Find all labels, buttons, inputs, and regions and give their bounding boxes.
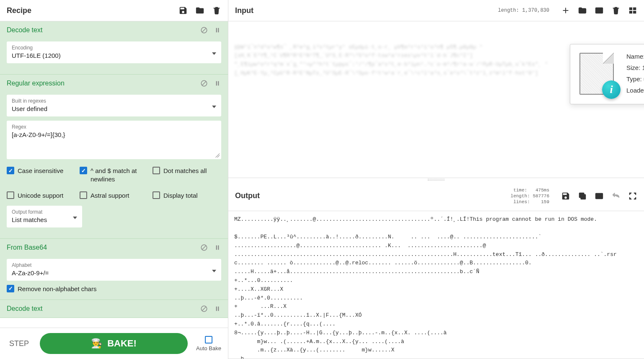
io-divider[interactable] xyxy=(228,178,644,181)
auto-bake-toggle[interactable]: Auto Bake xyxy=(196,336,221,351)
checkbox-icon xyxy=(80,191,87,199)
encoding-select[interactable]: Encoding UTF-16LE (1200) xyxy=(7,41,221,63)
regex-input[interactable]: Regex [a-zA-Z0-9+/=]{30,} xyxy=(7,121,221,159)
save-icon[interactable] xyxy=(178,6,188,15)
disable-icon[interactable] xyxy=(200,244,208,251)
file-info-popup: × i Name: acfbbcbefecadce.reg Size: 1,37… xyxy=(570,44,644,104)
check-remove-non-alpha[interactable]: Remove non-alphabet chars xyxy=(7,285,221,293)
pause-icon[interactable] xyxy=(214,244,221,251)
output-format-select[interactable]: Output format List matches xyxy=(7,206,82,227)
clear-input-icon[interactable] xyxy=(611,6,621,15)
disable-icon[interactable] xyxy=(200,80,208,87)
info-badge-icon: i xyxy=(602,80,621,99)
field-label: Output format xyxy=(12,209,77,215)
disable-icon[interactable] xyxy=(200,305,208,313)
chef-icon: 👨‍🍳 xyxy=(91,338,102,349)
undo-icon[interactable] xyxy=(611,191,621,201)
checkbox-icon xyxy=(205,336,212,344)
check-astral[interactable]: Astral support xyxy=(80,191,148,200)
recipe-body: Decode text Encoding UTF-16LE (1200) R xyxy=(0,21,228,328)
svg-rect-18 xyxy=(633,8,636,10)
replace-input-icon[interactable] xyxy=(595,191,604,201)
recipe-panel: Recipe Decode text Encodin xyxy=(0,0,228,359)
input-header: Input length: 1,370,830 xyxy=(228,0,644,21)
op-title: Decode text xyxy=(7,305,42,313)
builtin-regex-select[interactable]: Built in regexes User defined xyxy=(7,95,221,116)
output-section: Output time: 475ms length: 587776 lines:… xyxy=(228,181,644,359)
input-length-meta: length: 1,370,830 xyxy=(498,8,549,13)
field-value: User defined xyxy=(12,105,216,112)
pause-icon[interactable] xyxy=(214,305,221,313)
output-title: Output xyxy=(235,191,260,200)
trash-icon[interactable] xyxy=(212,6,221,15)
field-label: Alphabet xyxy=(12,262,216,268)
field-label: Built in regexes xyxy=(12,98,216,104)
add-tab-icon[interactable] xyxy=(561,6,570,15)
open-folder-icon[interactable] xyxy=(578,6,587,15)
checkbox-icon xyxy=(153,191,160,199)
check-case-insensitive[interactable]: Case insensitive xyxy=(7,167,75,183)
checkbox-icon xyxy=(153,167,160,174)
svg-rect-17 xyxy=(629,8,632,10)
field-value: [a-zA-Z0-9+/=]{30,} xyxy=(12,131,216,138)
check-unicode[interactable]: Unicode support xyxy=(7,191,75,200)
op-title: From Base64 xyxy=(7,244,47,251)
recipe-header: Recipe xyxy=(0,0,228,21)
svg-rect-22 xyxy=(579,193,584,198)
disable-icon[interactable] xyxy=(200,26,208,34)
checkbox-icon xyxy=(7,285,14,292)
field-value: A-Za-z0-9+/= xyxy=(12,269,216,276)
bake-label: BAKE! xyxy=(107,338,137,349)
op-decode-text-1: Decode text Encoding UTF-16LE (1200) xyxy=(0,21,228,75)
folder-icon[interactable] xyxy=(195,6,204,15)
field-label: Encoding xyxy=(12,45,216,51)
check-dot-all[interactable]: Dot matches all xyxy=(153,167,221,183)
svg-line-13 xyxy=(202,307,206,311)
bake-bar: STEP 👨‍🍳 BAKE! Auto Bake xyxy=(0,328,228,359)
output-editor[interactable]: MZ..........ÿÿ..¸.......@...............… xyxy=(228,211,644,359)
op-title: Decode text xyxy=(7,26,42,34)
op-title: Regular expression xyxy=(7,80,65,87)
right-panel: Input length: 1,370,830 ÿþW°i¯n³d²o¹w¶s¯… xyxy=(228,0,644,359)
reset-layout-icon[interactable] xyxy=(628,6,637,15)
op-from-base64: From Base64 Alphabet A-Za-z0-9+/= Remove… xyxy=(0,239,228,300)
input-title: Input xyxy=(235,6,253,15)
popup-size: Size: 1,370,830 bytes xyxy=(626,64,644,71)
checkbox-icon xyxy=(7,191,14,199)
recipe-title: Recipe xyxy=(7,6,31,15)
file-illustration: i xyxy=(574,51,621,97)
svg-rect-20 xyxy=(633,11,636,13)
output-meta: time: 475ms length: 587776 lines: 159 xyxy=(511,187,549,205)
checkbox-icon xyxy=(7,167,14,174)
popup-loaded: Loaded: 100% xyxy=(626,87,644,94)
save-output-icon[interactable] xyxy=(561,191,570,201)
svg-rect-19 xyxy=(629,11,632,13)
field-label: Regex xyxy=(12,124,216,130)
bake-button[interactable]: 👨‍🍳 BAKE! xyxy=(40,333,188,354)
step-button[interactable]: STEP xyxy=(7,335,31,352)
pause-icon[interactable] xyxy=(214,80,221,87)
svg-line-1 xyxy=(202,28,206,32)
check-caret-dollar[interactable]: ^ and $ match at newlines xyxy=(80,167,148,183)
field-value: UTF-16LE (1200) xyxy=(12,52,216,59)
checkbox-icon xyxy=(80,167,87,174)
op-decode-text-2: Decode text xyxy=(0,300,228,318)
maximize-icon[interactable] xyxy=(628,191,637,201)
popup-name: Name: acfbbcbefecadce.reg xyxy=(626,53,644,60)
alphabet-select[interactable]: Alphabet A-Za-z0-9+/= xyxy=(7,259,221,281)
output-header: Output time: 475ms length: 587776 lines:… xyxy=(228,181,644,212)
copy-output-icon[interactable] xyxy=(578,191,587,201)
op-regex: Regular expression Built in regexes User… xyxy=(0,75,228,239)
svg-line-9 xyxy=(202,245,206,249)
pause-icon[interactable] xyxy=(214,26,221,34)
popup-type: Type: unknown xyxy=(626,75,644,83)
field-value: List matches xyxy=(12,216,77,223)
svg-line-5 xyxy=(202,82,206,85)
auto-bake-label: Auto Bake xyxy=(196,345,221,351)
open-file-icon[interactable] xyxy=(595,6,604,15)
check-display-total[interactable]: Display total xyxy=(153,191,221,200)
